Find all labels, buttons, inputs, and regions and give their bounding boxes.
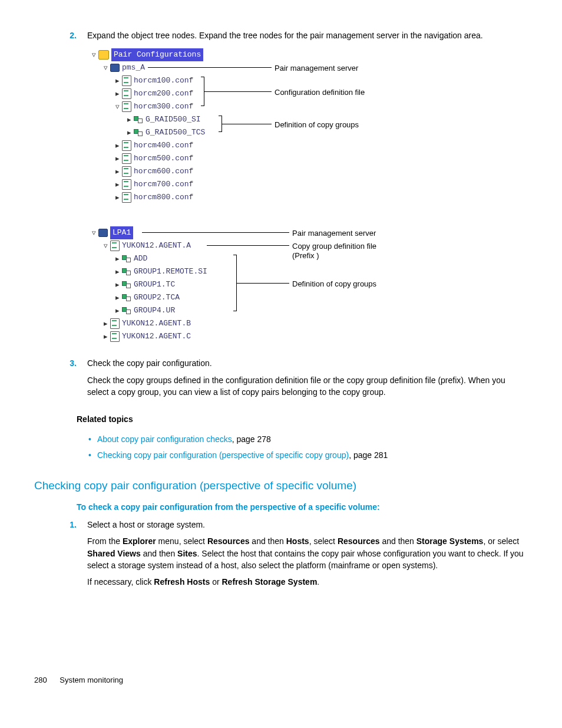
group-icon	[122, 268, 131, 275]
tree-item: ADD	[134, 253, 147, 265]
tree-item: GROUP1.TC	[134, 279, 175, 291]
tree-root: Pair Configurations	[111, 48, 203, 61]
doc-icon	[122, 140, 131, 151]
tree-lpa: LPA1	[110, 226, 133, 239]
tree-item: horcm700.conf	[134, 179, 193, 190]
tree-item: G_RAID500_SI	[146, 114, 201, 126]
collapse-icon	[115, 279, 122, 291]
collapse-icon	[115, 75, 122, 87]
collapse-icon	[115, 292, 122, 304]
annotation: Configuration definition file	[275, 87, 365, 98]
section-heading: Checking copy pair configuration (perspe…	[34, 477, 528, 494]
chapter-title: System monitoring	[59, 676, 123, 684]
annotation: Definition of copy groups	[292, 278, 376, 290]
step-number: 2.	[34, 29, 87, 41]
group-icon	[122, 281, 131, 288]
list-item: About copy pair configuration checks, pa…	[88, 433, 528, 445]
group-icon	[134, 129, 143, 136]
group-icon	[122, 307, 131, 314]
step-text: Select a host or storage system.	[87, 519, 528, 531]
doc-icon	[122, 153, 131, 164]
tree-item: horcm500.conf	[134, 153, 193, 164]
step-number: 1.	[34, 519, 87, 592]
tree-item: horcm100.conf	[134, 75, 193, 87]
annotation: Pair management server	[275, 62, 358, 74]
step-3: 3. Check the copy pair configuration. Ch…	[34, 357, 528, 403]
step-2: 2. Expand the object tree nodes. Expand …	[34, 29, 528, 41]
collapse-icon	[115, 253, 122, 265]
step-text: Check the copy pair configuration.	[87, 357, 528, 369]
annotation: (Prefix )	[292, 250, 319, 262]
collapse-icon	[115, 192, 122, 204]
doc-icon	[122, 179, 131, 190]
step-number: 3.	[34, 357, 87, 403]
tree-item: YUKON12.AGENT.A	[122, 240, 191, 252]
tree-item: horcm800.conf	[134, 192, 193, 203]
collapse-icon	[104, 318, 110, 330]
annotation: Definition of copy groups	[275, 119, 359, 131]
host-icon	[110, 64, 120, 72]
doc-icon	[110, 241, 120, 251]
doc-icon	[122, 192, 131, 203]
step-1b: 1. Select a host or storage system. From…	[34, 519, 528, 592]
collapse-icon	[115, 179, 122, 191]
collapse-icon	[127, 114, 134, 126]
tree-item: G_RAID500_TCS	[146, 127, 205, 139]
page-ref: , page 281	[349, 450, 388, 460]
step-text: Check the copy groups defined in the con…	[87, 374, 528, 398]
tree-item: horcm600.conf	[134, 166, 193, 177]
annotation: Pair management server	[292, 228, 376, 239]
group-icon	[134, 116, 143, 123]
step-text: From the Explorer menu, select Resources…	[87, 535, 528, 571]
doc-icon	[122, 166, 131, 177]
collapse-icon	[115, 166, 122, 178]
doc-icon	[122, 75, 131, 86]
expand-icon	[104, 240, 110, 252]
tree-item: GROUP1.REMOTE.SI	[134, 266, 207, 278]
expand-icon	[92, 49, 98, 61]
group-icon	[122, 255, 131, 262]
related-topics-heading: Related topics	[77, 413, 528, 425]
group-icon	[122, 294, 131, 301]
collapse-icon	[127, 127, 134, 139]
page-number: 280	[34, 676, 47, 684]
tree-item: horcm400.conf	[134, 140, 193, 151]
tree-item: GROUP2.TCA	[134, 292, 180, 304]
collapse-icon	[115, 140, 122, 152]
section-subheading: To check a copy pair configuration from …	[77, 501, 528, 513]
folder-icon	[98, 50, 109, 60]
list-item: Checking copy pair configuration (perspe…	[88, 449, 528, 461]
expand-icon	[115, 101, 122, 113]
related-topics-list: About copy pair configuration checks, pa…	[88, 433, 528, 461]
tree-item: horcm300.conf	[134, 101, 193, 113]
page-ref: , page 278	[232, 434, 271, 444]
collapse-icon	[115, 266, 122, 278]
expand-icon	[92, 227, 98, 239]
step-text: Expand the object tree nodes. Expand the…	[87, 29, 528, 41]
host-icon	[98, 229, 108, 237]
collapse-icon	[115, 88, 122, 100]
page-footer: 280 System monitoring	[34, 675, 528, 686]
collapse-icon	[115, 305, 122, 317]
tree-diagram-2: LPA1 YUKON12.AGENT.A ADD GROUP1.REMOTE.S…	[92, 226, 528, 350]
expand-icon	[104, 62, 110, 74]
link[interactable]: About copy pair configuration checks	[97, 434, 232, 444]
tree-item: YUKON12.AGENT.B	[122, 318, 191, 330]
collapse-icon	[104, 331, 110, 343]
tree-pms: pms_A	[122, 62, 145, 74]
doc-icon	[110, 331, 120, 342]
step-text: If necessary, click Refresh Hosts or Ref…	[87, 576, 528, 588]
doc-icon	[122, 101, 131, 112]
tree-item: YUKON12.AGENT.C	[122, 331, 191, 342]
doc-icon	[110, 318, 120, 329]
doc-icon	[122, 88, 131, 99]
tree-item: horcm200.conf	[134, 88, 193, 100]
tree-diagram-1: Pair Configurations pms_A horcm100.conf …	[92, 48, 528, 219]
tree-item: GROUP4.UR	[134, 305, 175, 317]
link[interactable]: Checking copy pair configuration (perspe…	[97, 450, 349, 460]
collapse-icon	[115, 153, 122, 165]
